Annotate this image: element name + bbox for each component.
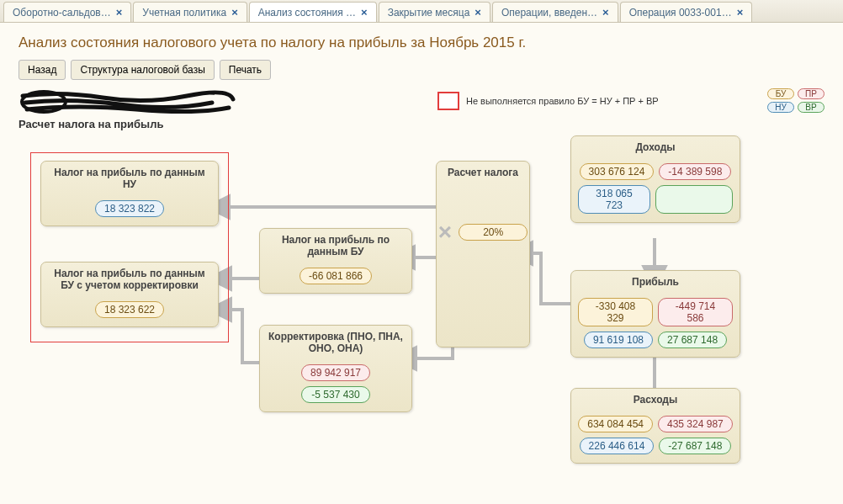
close-icon[interactable]: × <box>475 6 481 19</box>
close-icon[interactable]: × <box>116 6 123 19</box>
value-nu: 18 323 822 <box>95 200 164 217</box>
multiply-icon: × <box>438 219 452 246</box>
tab-operacii[interactable]: Операции, введен…× <box>492 2 618 22</box>
card-calc[interactable]: Расчет налога × 20% <box>436 161 530 347</box>
tab-bar: Оборотно-сальдов…× Учетная политика× Ана… <box>0 0 843 23</box>
tab-analiz[interactable]: Анализ состояния …× <box>249 2 377 22</box>
rule-text: Не выполняется правило БУ = НУ + ПР + ВР <box>466 96 761 106</box>
close-icon[interactable]: × <box>602 6 609 19</box>
value-corr-vr: -5 537 430 <box>301 386 370 403</box>
legend-bu: БУ <box>767 88 794 99</box>
close-icon[interactable]: × <box>361 6 368 19</box>
card-income[interactable]: Доходы 303 676 124 -14 389 598 318 065 7… <box>570 135 740 223</box>
toolbar: Назад Структура налоговой базы Печать <box>0 60 843 88</box>
card-correction[interactable]: Корректировка (ПНО, ПНА, ОНО, ОНА) 89 94… <box>259 325 412 412</box>
value-rate: 20% <box>459 224 528 241</box>
legend-vr: ВР <box>798 102 824 113</box>
print-button[interactable]: Печать <box>220 60 271 80</box>
value-bu-corr: 18 323 622 <box>95 301 164 318</box>
legend-row: Не выполняется правило БУ = НУ + ПР + ВР… <box>0 88 843 116</box>
diagram-canvas: Налог на прибыль по данным НУ 18 323 822… <box>15 135 828 504</box>
rule-violation-icon <box>437 92 459 110</box>
pill-legend: БУ ПР НУ ВР <box>767 88 824 113</box>
redacted-area <box>19 89 237 113</box>
tab-zakrytie[interactable]: Закрытие месяца× <box>379 2 490 22</box>
card-tax-bu[interactable]: Налог на прибыль по данным БУ -66 081 86… <box>259 228 412 294</box>
tab-oborotno[interactable]: Оборотно-сальдов…× <box>3 2 131 22</box>
tab-operacia-0033[interactable]: Операция 0033-001…× <box>620 2 753 22</box>
page-title: Анализ состояния налогового учета по нал… <box>0 23 843 60</box>
close-icon[interactable]: × <box>231 6 238 19</box>
card-tax-nu[interactable]: Налог на прибыль по данным НУ 18 323 822 <box>40 161 219 226</box>
legend-pr: ПР <box>798 88 824 99</box>
value-corr-pr: 89 942 917 <box>301 364 370 381</box>
card-expense[interactable]: Расходы 634 084 454 435 324 987 226 446 … <box>570 388 740 464</box>
structure-button[interactable]: Структура налоговой базы <box>71 60 214 80</box>
card-tax-bu-corr[interactable]: Налог на прибыль по данным БУ с учетом к… <box>40 262 219 327</box>
tab-uchetnaya[interactable]: Учетная политика× <box>133 2 247 22</box>
close-icon[interactable]: × <box>737 6 744 19</box>
back-button[interactable]: Назад <box>19 60 66 80</box>
card-profit[interactable]: Прибыль -330 408 329 -449 714 586 91 619… <box>570 270 740 358</box>
legend-nu: НУ <box>767 102 794 113</box>
value-bu: -66 081 866 <box>300 268 372 284</box>
